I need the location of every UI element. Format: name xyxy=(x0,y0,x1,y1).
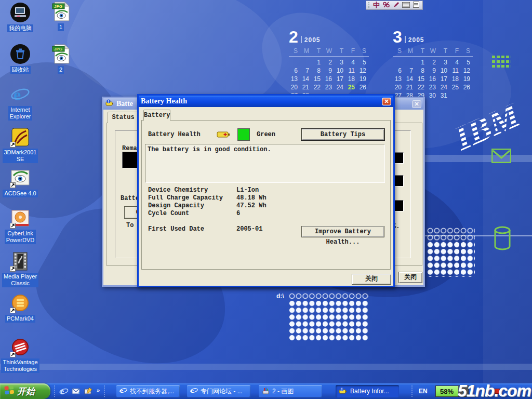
calendar-separator xyxy=(301,36,302,43)
desktop: 2 2005 SMTWTFS12345678910111213141516171… xyxy=(0,0,532,399)
calendar-year: 2005 xyxy=(304,36,321,44)
powerdvd-icon xyxy=(10,208,31,229)
desktop-icon-pcmark04[interactable]: PCMark04 xyxy=(0,292,41,323)
watermark-51nb: 51nb.com xyxy=(458,381,531,399)
quicklaunch-overflow-chevron[interactable]: » xyxy=(97,387,100,393)
start-button[interactable]: 开始 xyxy=(0,383,50,399)
info-label: First Used Date xyxy=(148,225,204,233)
dot-grid-outline xyxy=(427,228,475,242)
taskbar-task-paint[interactable]: 2 - 画图 xyxy=(259,385,322,397)
wallpaper-band xyxy=(0,364,532,370)
desktop-icon-label: 3DMark2001 SE xyxy=(3,149,38,163)
internet-explorer-icon: e xyxy=(10,84,31,105)
desktop-icon-my-computer[interactable]: 我的电脑 xyxy=(0,2,41,32)
battery-health-titlebar[interactable]: Battery Health ✕ xyxy=(139,96,393,107)
toolbar-separator xyxy=(104,385,106,397)
calendar-month-number: 3 xyxy=(393,29,402,45)
drive-label: d:\ xyxy=(276,292,284,300)
taskbar-task-server-not-found[interactable]: e 找不到服务器,... xyxy=(116,385,180,397)
desktop-icon-recycle-bin[interactable]: 回收站 xyxy=(0,44,41,74)
tab-status[interactable]: Status xyxy=(108,112,139,123)
info-label: Cycle Count xyxy=(148,210,189,217)
pcmark-icon xyxy=(10,292,31,313)
taskbar-task-forum[interactable]: e 专门网论坛 - ... xyxy=(187,385,250,397)
health-status-text: Green xyxy=(257,131,275,138)
quicklaunch-outlook-express-icon[interactable] xyxy=(72,387,81,396)
taskbar: 开始 e » e 找不到服务器,... e 专门网论坛 - ... 2 - 画图… xyxy=(0,383,532,399)
desktop-icon-thinkvantage[interactable]: ThinkVantage Technologies xyxy=(0,337,41,373)
shortcut-arrow-icon xyxy=(10,223,16,229)
battery-health-label: Battery Health xyxy=(148,131,201,138)
close-button[interactable]: 关闭 xyxy=(352,274,391,285)
battery-health-dialog[interactable]: Battery Health ✕ Battery Battery Health … xyxy=(137,94,395,287)
desktop-icon-label: ThinkVantage Technologies xyxy=(1,358,39,373)
language-bar-grip[interactable] xyxy=(368,2,370,8)
remaining-power-display xyxy=(122,152,138,168)
3dmark-icon xyxy=(10,127,31,148)
desktop-icon-label: Media Player Classic xyxy=(2,273,38,287)
desktop-icon-internet-explorer[interactable]: e Internet Explorer xyxy=(0,84,41,121)
dot-grid-filled xyxy=(427,242,475,277)
windows-flag-icon xyxy=(4,385,15,397)
desktop-icon-label: PCMark04 xyxy=(5,315,35,323)
task-label: 专门网论坛 - ... xyxy=(201,387,243,396)
improve-battery-health-button[interactable]: Improve Battery Health... xyxy=(301,226,384,237)
thinkvantage-icon xyxy=(10,337,31,357)
taskbar-task-battery-information[interactable]: Battery Infor... xyxy=(336,385,399,397)
ime-width-toggle-icon[interactable] xyxy=(383,1,390,10)
quicklaunch-internet-explorer-icon[interactable]: e xyxy=(59,387,69,396)
desktop-icon-label: 我的电脑 xyxy=(7,24,33,32)
desktop-icon-jpg-2[interactable]: JPG 2 xyxy=(48,44,74,74)
task-label: 2 - 画图 xyxy=(272,387,294,396)
ime-chinese-indicator[interactable]: 中 xyxy=(373,2,380,9)
condition-text: The battery is in good condition. xyxy=(148,146,271,153)
internet-explorer-icon: e xyxy=(190,387,198,396)
language-bar[interactable]: 中 xyxy=(366,1,423,10)
ime-menu-icon[interactable] xyxy=(413,1,419,10)
battery-window-icon xyxy=(105,99,114,109)
calendar-year: 2005 xyxy=(408,36,424,44)
info-label: Device Chemistry xyxy=(148,187,208,194)
close-icon[interactable]: ✕ xyxy=(412,100,421,108)
battery-small-icon xyxy=(217,130,230,141)
info-value: 2005-01 xyxy=(236,225,262,233)
info-label: Design Capacity xyxy=(148,202,204,209)
task-label: 找不到服务器,... xyxy=(130,387,174,396)
tab-battery[interactable]: Battery xyxy=(143,110,170,121)
mail-icon xyxy=(491,149,511,165)
close-button[interactable]: 关闭 xyxy=(398,272,422,283)
health-status-color-box xyxy=(237,128,250,141)
info-value: 48.18 Wh xyxy=(236,194,267,202)
dot-grid-filled xyxy=(289,300,369,342)
calendar-grid: SMTWTFS123456789101112131415161718192021… xyxy=(289,47,369,100)
desktop-icon-3dmark2001[interactable]: 3DMark2001 SE xyxy=(0,127,41,163)
language-indicator[interactable]: EN xyxy=(419,388,428,395)
desktop-icon-powerdvd[interactable]: CyberLink PowerDVD xyxy=(0,208,41,244)
info-value: Li-Ion xyxy=(236,187,259,194)
calendar-separator xyxy=(405,36,406,43)
paint-icon xyxy=(262,387,270,396)
battery-tips-button[interactable]: Battery Tips xyxy=(301,129,384,140)
ime-pen-icon[interactable] xyxy=(393,1,399,10)
quicklaunch-show-desktop-icon[interactable] xyxy=(84,387,94,396)
dialog-title: Battery Health xyxy=(141,97,380,105)
dot-grid-outline xyxy=(289,293,369,300)
desktop-icon-acdsee[interactable]: ACDSee 4.0 xyxy=(0,167,41,197)
desktop-icon-label: CyberLink PowerDVD xyxy=(5,230,36,244)
close-icon[interactable]: ✕ xyxy=(382,98,391,105)
desktop-icon-media-player-classic[interactable]: Media Player Classic xyxy=(0,251,41,287)
battery-label: Batte xyxy=(121,195,139,202)
calendar-month-number: 2 xyxy=(289,29,298,45)
internet-explorer-icon: e xyxy=(119,387,127,396)
wallpaper-calendar-march: 3 2005 SMTWTFS12345678910111213141516171… xyxy=(393,28,473,100)
shortcut-arrow-icon xyxy=(10,142,16,148)
wallpaper-calendar-february: 2 2005 SMTWTFS12345678910111213141516171… xyxy=(289,28,369,100)
battery-icon xyxy=(339,387,348,396)
jpg-file-icon: JPG xyxy=(51,44,70,64)
info-label: Full Charge Capacity xyxy=(148,194,223,202)
ime-soft-keyboard-icon[interactable] xyxy=(402,1,410,10)
svg-text:e: e xyxy=(60,387,64,396)
calendar-grid: SMTWTFS123456789101112131415161718192021… xyxy=(393,47,473,100)
acdsee-icon xyxy=(10,167,31,188)
desktop-icon-jpg-1[interactable]: JPG 1 xyxy=(48,1,74,31)
